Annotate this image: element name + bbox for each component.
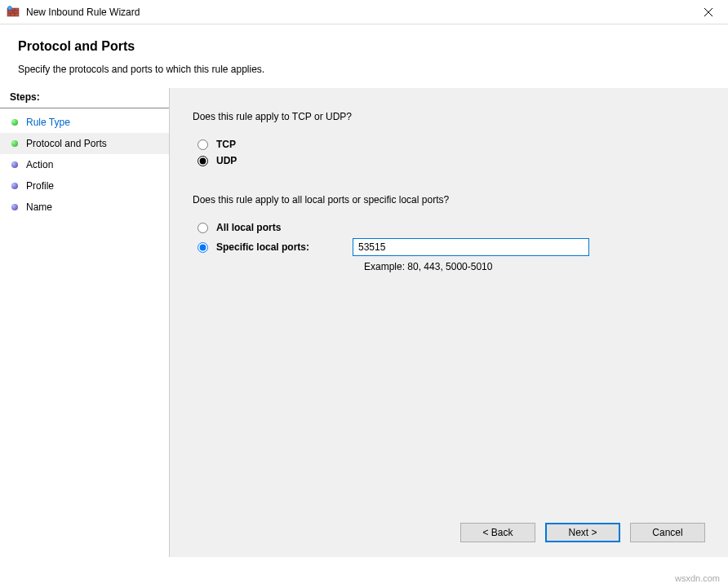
bullet-icon [11,204,18,210]
radio-all-ports-label[interactable]: All local ports [216,222,281,233]
radio-specific-ports-label[interactable]: Specific local ports: [216,241,309,253]
svg-point-8 [8,6,12,10]
wizard-content: Does this rule apply to TCP or UDP? TCP … [170,88,728,557]
bullet-icon [11,183,18,189]
bullet-icon [11,119,18,126]
step-protocol-and-ports[interactable]: Protocol and Ports [0,133,169,154]
ports-question: Does this rule apply to all local ports … [193,194,705,206]
step-name[interactable]: Name [0,197,169,218]
radio-udp-label[interactable]: UDP [216,155,237,166]
step-action[interactable]: Action [0,154,169,175]
protocol-question: Does this rule apply to TCP or UDP? [193,111,705,122]
bullet-icon [11,161,18,168]
radio-tcp[interactable] [198,139,208,150]
radio-tcp-label[interactable]: TCP [216,139,236,150]
step-rule-type[interactable]: Rule Type [0,112,169,133]
steps-heading: Steps: [0,88,169,108]
close-button[interactable] [690,1,726,24]
ports-example-text: Example: 80, 443, 5000-5010 [364,261,705,272]
firewall-icon [7,6,20,19]
step-label: Action [26,159,53,170]
window-title: New Inbound Rule Wizard [26,7,690,18]
radio-all-ports-row[interactable]: All local ports [198,222,705,233]
step-label: Profile [26,180,54,192]
step-label: Name [26,201,52,213]
steps-sidebar: Steps: Rule Type Protocol and Ports Acti… [0,88,170,557]
bullet-icon [11,140,18,147]
radio-tcp-row[interactable]: TCP [198,139,705,150]
page-title: Protocol and Ports [18,39,710,54]
cancel-button[interactable]: Cancel [630,523,705,542]
page-subtitle: Specify the protocols and ports to which… [18,64,710,75]
watermark-text: wsxdn.com [675,573,720,583]
specific-ports-input[interactable] [353,238,589,256]
radio-specific-ports-row: Specific local ports: [198,238,705,256]
titlebar: New Inbound Rule Wizard [0,0,728,24]
radio-udp[interactable] [198,156,208,166]
next-button[interactable]: Next > [545,523,620,542]
back-button[interactable]: < Back [460,523,535,542]
step-link-label[interactable]: Rule Type [26,117,70,128]
radio-udp-row[interactable]: UDP [198,155,705,166]
wizard-header: Protocol and Ports Specify the protocols… [0,24,728,82]
radio-specific-ports[interactable] [198,242,208,253]
close-icon [704,8,712,16]
step-profile[interactable]: Profile [0,175,169,197]
wizard-buttons: < Back Next > Cancel [193,515,705,546]
radio-all-ports[interactable] [198,223,208,233]
step-label: Protocol and Ports [26,138,107,149]
